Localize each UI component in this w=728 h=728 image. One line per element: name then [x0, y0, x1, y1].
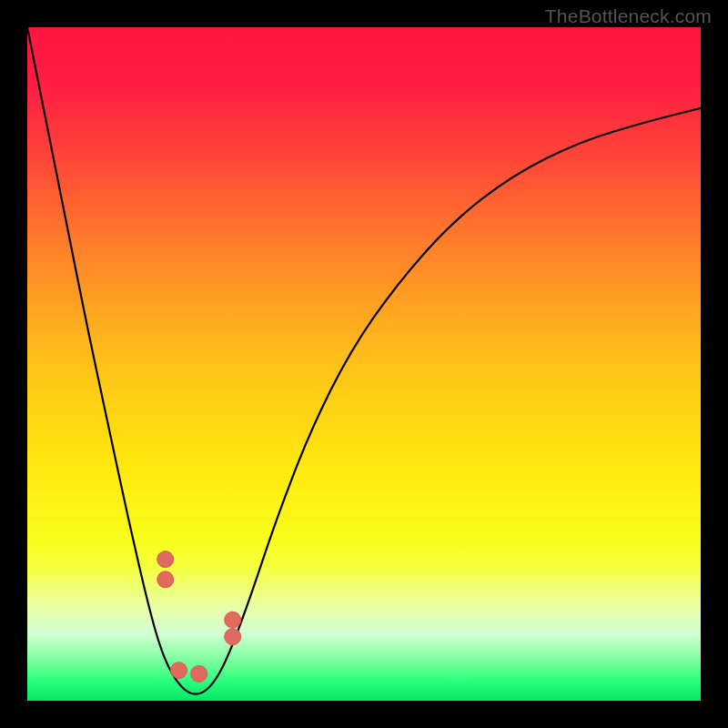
data-marker [191, 665, 207, 682]
watermark-text: TheBottleneck.com [545, 5, 712, 27]
data-marker [157, 551, 174, 568]
curve-layer [27, 27, 701, 701]
data-marker [157, 571, 174, 588]
data-marker [225, 612, 241, 628]
marker-group [157, 551, 241, 682]
plot-area [27, 27, 701, 701]
data-marker [171, 662, 187, 679]
data-marker [225, 629, 241, 645]
bottleneck-curve [27, 27, 701, 694]
outer-frame: TheBottleneck.com [0, 0, 728, 728]
